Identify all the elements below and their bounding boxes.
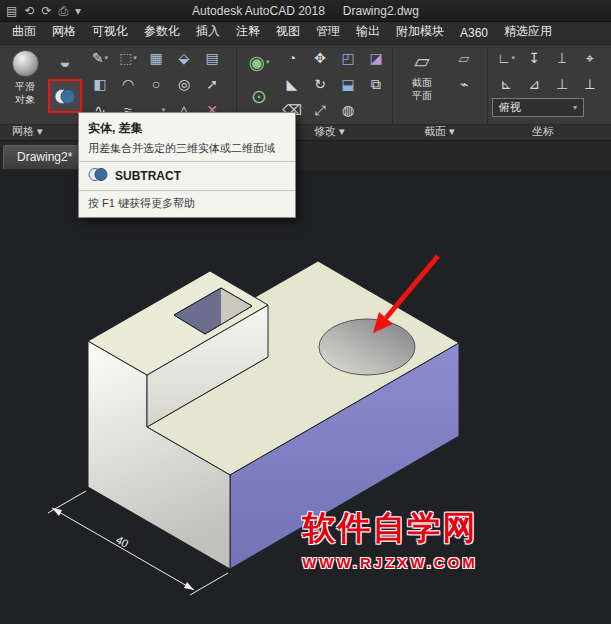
tooltip-divider — [79, 190, 295, 191]
view-control-dropdown[interactable]: 俯视 ▾ — [492, 98, 584, 117]
ucs-icon[interactable]: ∟▾ — [494, 47, 518, 69]
mesh-box-icon[interactable]: ⬚▾ — [116, 47, 140, 69]
center-circle-icon[interactable]: ◎ — [172, 73, 196, 95]
chevron-down-icon: ▾ — [266, 58, 270, 66]
title-bar: ▤⟲⟳⎙▾ Autodesk AutoCAD 2018Drawing2.dwg — [0, 0, 611, 22]
check-circle-icon[interactable]: ◉▾ — [244, 47, 274, 77]
chevron-down-icon: ▾ — [512, 54, 516, 62]
menu-tab-7[interactable]: 管理 — [308, 20, 348, 44]
extrude-face-icon[interactable]: ◰ — [336, 47, 360, 69]
tooltip-command-name: SUBTRACT — [115, 169, 181, 183]
model-view: 40 — [0, 170, 611, 624]
autocad-window: ▤⟲⟳⎙▾ Autodesk AutoCAD 2018Drawing2.dwg … — [0, 0, 611, 624]
ucs-object-icon[interactable]: ⌖ — [578, 47, 602, 69]
section-plane-button[interactable]: ▱ 截面 平面 — [398, 47, 446, 122]
window-title: Autodesk AutoCAD 2018Drawing2.dwg — [0, 0, 611, 22]
menu-tab-3[interactable]: 参数化 — [136, 20, 188, 44]
menu-tab-0[interactable]: 曲面 — [4, 20, 44, 44]
union-icon[interactable]: ◍ — [336, 99, 360, 121]
chevron-down-icon: ▾ — [133, 54, 137, 62]
subtract-icon — [88, 167, 108, 185]
view-control-value: 俯视 — [499, 100, 521, 115]
ribbon-subtract-icon[interactable] — [50, 81, 80, 111]
shell-icon[interactable]: ⬓ — [336, 73, 360, 95]
smooth-object-button[interactable]: 平滑 对象 — [2, 47, 48, 122]
menu-tab-4[interactable]: 插入 — [188, 20, 228, 44]
tooltip-description: 用差集合并选定的三维实体或二维面域 — [88, 141, 286, 156]
scale-icon[interactable]: ⤢ — [308, 99, 332, 121]
interfere-icon[interactable]: ⧉ — [364, 73, 388, 95]
product-name: Autodesk AutoCAD 2018 — [192, 4, 325, 18]
chevron-down-icon: ▾ — [105, 54, 109, 62]
hole-circle-icon[interactable]: ⊙ — [244, 81, 274, 111]
panel-label-1[interactable]: 修改 ▾ — [314, 124, 345, 139]
menu-tab-1[interactable]: 网格 — [44, 20, 84, 44]
menu-tab-9[interactable]: 附加模块 — [388, 20, 452, 44]
menu-tab-11[interactable]: 精选应用 — [496, 20, 560, 44]
mesh-smooth-more-icon[interactable]: ◒ — [50, 47, 80, 77]
dimension-value: 40 — [114, 533, 131, 550]
dimension-arrowhead — [184, 582, 194, 590]
rotate-icon[interactable]: ↻ — [308, 73, 332, 95]
tooltip-divider — [79, 161, 295, 162]
chevron-down-icon: ▾ — [573, 103, 577, 112]
section-plane-icon: ▱ — [414, 49, 429, 73]
drawing-canvas[interactable]: 40 软件自学网 WWW.RJZXW.COM — [0, 170, 611, 624]
ucs-view-icon[interactable]: ⊥ — [550, 73, 574, 95]
fillet-edge-icon[interactable]: ◔ — [280, 47, 304, 69]
smooth-object-label: 平滑 对象 — [15, 81, 35, 106]
mesh-face-icon[interactable]: ◧ — [88, 73, 112, 95]
panel-label-0[interactable]: 网格 ▾ — [12, 124, 43, 139]
smooth-object-icon — [12, 50, 39, 77]
panel-icon[interactable]: ▤ — [200, 47, 224, 69]
tooltip-title: 实体, 差集 — [88, 120, 286, 137]
ucs-face-icon[interactable]: ⟘ — [550, 47, 574, 69]
leader-icon[interactable]: ➚ — [200, 73, 224, 95]
ucs-world-icon[interactable]: ⊾ — [494, 73, 518, 95]
ucs-previous-icon[interactable]: ⟂ — [578, 73, 602, 95]
subtracted-hole[interactable] — [319, 319, 415, 375]
panel-label-2[interactable]: 截面 ▾ — [424, 124, 455, 139]
menu-tab-6[interactable]: 视图 — [268, 20, 308, 44]
menu-tab-8[interactable]: 输出 — [348, 20, 388, 44]
dimension-extension-line — [190, 573, 228, 595]
live-section-icon[interactable]: ▱ — [452, 47, 476, 69]
section-jog-icon[interactable]: ⌁ — [452, 73, 476, 95]
subtract-tooltip: 实体, 差集 用差集合并选定的三维实体或二维面域 SUBTRACT 按 F1 键… — [78, 112, 296, 218]
mesh-grid-icon[interactable]: ▦ — [144, 47, 168, 69]
document-name: Drawing2.dwg — [343, 4, 419, 18]
menu-tab-10[interactable]: A360 — [452, 23, 496, 44]
dimension-arrowhead — [52, 508, 62, 516]
panel-label-3[interactable]: 坐标 — [532, 124, 554, 139]
menu-tab-bar: 曲面网格可视化参数化插入注释视图管理输出附加模块A360精选应用 — [0, 22, 611, 45]
chamfer-edge-icon[interactable]: ◣ — [280, 73, 304, 95]
move-icon[interactable]: ✥ — [308, 47, 332, 69]
menu-tab-5[interactable]: 注释 — [228, 20, 268, 44]
ucs-origin-icon[interactable]: ↧ — [522, 47, 546, 69]
circle-icon[interactable]: ○ — [144, 73, 168, 95]
menu-tab-2[interactable]: 可视化 — [84, 20, 136, 44]
ucs-z-axis-icon[interactable]: ⊿ — [522, 73, 546, 95]
tooltip-help-hint: 按 F1 键获得更多帮助 — [88, 196, 286, 211]
pencil-draw-icon[interactable]: ✎▾ — [88, 47, 112, 69]
arc-icon[interactable]: ◠ — [116, 73, 140, 95]
file-tab-drawing2[interactable]: Drawing2* — [3, 145, 86, 169]
slice-icon[interactable]: ◪ — [364, 47, 388, 69]
section-plane-label: 截面 平面 — [412, 77, 432, 102]
prism-icon[interactable]: ⬙ — [172, 47, 196, 69]
